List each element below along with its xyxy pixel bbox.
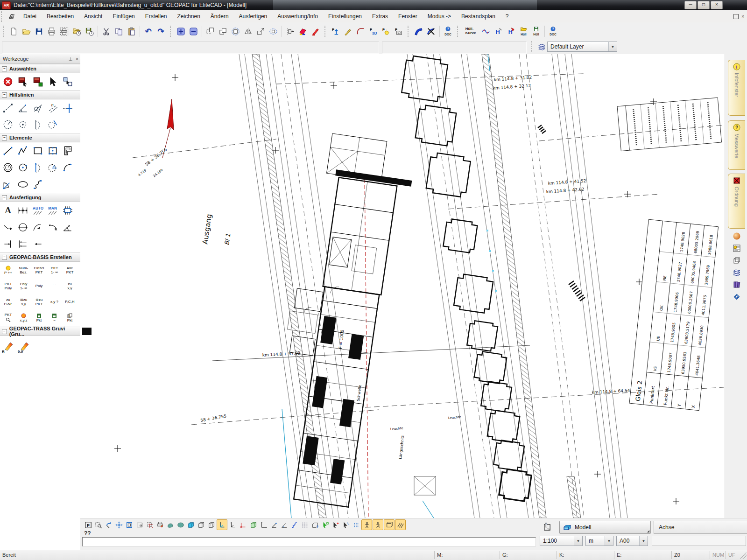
point-photo-button[interactable]: P [392, 25, 405, 38]
section-box-button[interactable] [384, 519, 395, 530]
leader-arrow-button[interactable] [0, 220, 15, 235]
zoom-rect-button[interactable] [134, 520, 144, 530]
zoom-window-button[interactable] [93, 520, 103, 530]
guide-line-button[interactable] [0, 100, 15, 115]
end-dim-button[interactable] [0, 237, 15, 252]
element-line-button[interactable] [0, 143, 15, 158]
cs-standard-button[interactable] [228, 520, 238, 530]
basis-save-wave-button[interactable]: ~ [47, 310, 62, 326]
guide-circle-radius-button[interactable] [0, 117, 15, 132]
undo-button[interactable]: ↶ [142, 25, 155, 38]
axis-uv-button[interactable] [269, 520, 279, 530]
shade-low-button[interactable] [165, 520, 175, 530]
walk-mode-2-button[interactable] [373, 519, 383, 530]
element-polygon-button[interactable] [60, 143, 75, 158]
doc-help-button[interactable]: ?DOC [442, 25, 454, 38]
point-3d-button[interactable]: P3D [367, 25, 380, 38]
duplicate-element-button[interactable] [217, 25, 229, 38]
menu-datei[interactable]: Datei [18, 10, 42, 22]
modell-view-button[interactable]: Modell [559, 521, 651, 534]
menu-bestandsplan[interactable]: Bestandsplan [456, 10, 500, 22]
element-ellipse-button[interactable] [15, 177, 30, 192]
axis-xy-button[interactable] [259, 520, 268, 530]
doc-p-icon[interactable] [731, 243, 743, 254]
guide-axis-cross-button[interactable] [60, 100, 75, 115]
scale-combo-arrow[interactable]: ▼ [574, 536, 582, 546]
basis-pluszu-xy-button[interactable]: ⊞zu x,y [16, 294, 31, 310]
new-file-button[interactable] [7, 25, 20, 38]
text-tool-button[interactable]: A [0, 203, 15, 218]
menu-grip[interactable] [1, 11, 4, 22]
command-input[interactable] [82, 537, 536, 546]
cut-button[interactable] [100, 25, 113, 38]
menu-aendern[interactable]: Ändern [205, 10, 234, 22]
menu-ansicht[interactable]: Ansicht [79, 10, 107, 22]
element-circle2-button[interactable] [0, 160, 15, 175]
redo-button[interactable]: ↷ [155, 25, 167, 38]
basis-einzel-pkt-button[interactable]: Einzel PKT [31, 263, 47, 278]
zoom-previous-button[interactable] [104, 520, 113, 530]
element-rect-points-button[interactable] [45, 143, 60, 158]
hatch-area-button[interactable] [60, 203, 75, 218]
arrow-left-button[interactable] [30, 237, 45, 252]
view-wire-button[interactable] [196, 520, 206, 530]
open-timed-button[interactable] [70, 25, 83, 38]
basis-pluszu-pkt-button[interactable]: ⊕zu PKT [31, 294, 47, 310]
select-area-button[interactable] [15, 74, 30, 89]
delete-element-button[interactable] [296, 25, 309, 38]
copy-element-button[interactable] [204, 25, 217, 38]
basis-poly-1inf-button[interactable]: Poly 1- ∞ [16, 279, 31, 294]
shade-high-button[interactable] [176, 520, 185, 530]
select-add-button[interactable] [30, 74, 45, 89]
curve-smooth-button[interactable] [412, 25, 425, 38]
basis-p-plus-button[interactable]: P ++ [0, 263, 16, 278]
grid-button[interactable] [300, 520, 310, 530]
layer-stack-icon[interactable] [731, 267, 743, 278]
brush-button[interactable] [342, 25, 354, 38]
huell-open-button[interactable]: Hüll [517, 25, 530, 38]
element-circle-axis-button[interactable] [45, 160, 60, 175]
guide-circle-half-button[interactable] [30, 117, 45, 132]
walk-mode-button[interactable] [361, 519, 372, 530]
zoom-frame-button[interactable] [124, 520, 134, 530]
rotate-copy-button[interactable] [267, 25, 280, 38]
format-combo-arrow[interactable]: ▼ [639, 536, 648, 546]
menu-ausfertigen[interactable]: Ausfertigen [234, 10, 273, 22]
view-p-button[interactable]: P [83, 520, 93, 530]
element-arc-button[interactable] [60, 160, 75, 175]
copy-button[interactable] [113, 25, 125, 38]
layer-combo-arrow[interactable]: ▼ [608, 42, 617, 51]
basis-xy-query-button[interactable]: x,y ? [47, 294, 62, 310]
hatch-auto-button[interactable]: AUTO [30, 203, 45, 218]
unit-combo[interactable]: m▼ [585, 536, 613, 546]
dimension-button[interactable] [15, 203, 30, 218]
tab-ordnung[interactable]: Ordnung [728, 174, 745, 229]
zoom-out-button[interactable] [187, 25, 200, 38]
point-light-button[interactable]: P [380, 25, 392, 38]
basis-alle-pkt-button[interactable]: Alle PKT [62, 263, 78, 278]
element-circle-center-button[interactable] [15, 160, 30, 175]
move-element-button[interactable] [284, 25, 296, 38]
angle-dim-button[interactable] [60, 220, 75, 235]
menu-extras[interactable]: Extras [367, 10, 393, 22]
menu-bearbeiten[interactable]: Bearbeiten [42, 10, 79, 22]
point-grid-button[interactable] [351, 520, 361, 530]
doc-help-button-2[interactable]: ?DOC [547, 25, 559, 38]
format-combo[interactable]: A00▼ [616, 536, 648, 546]
element-circle-half-button[interactable] [30, 160, 45, 175]
origin-button[interactable] [145, 520, 155, 530]
menu-modus[interactable]: Modus -> [423, 10, 456, 22]
section-hilfslinien[interactable]: −Hilfslinien [0, 90, 80, 99]
view-hidden-button[interactable] [206, 520, 216, 530]
pan-button[interactable] [114, 520, 124, 530]
basis-num-bez-button[interactable]: Num- Bez. [16, 263, 31, 278]
print-button[interactable] [45, 25, 58, 38]
mdi-close-icon[interactable]: × [741, 14, 744, 19]
huell-h-clip-button[interactable]: H [492, 25, 505, 38]
save-file-button[interactable] [33, 25, 45, 38]
layer-combo[interactable]: Default Layer ▼ [547, 42, 617, 52]
menu-auswertung-info[interactable]: Auswertung/Info [272, 10, 323, 22]
minimize-button[interactable]: ─ [684, 1, 697, 9]
drawing-canvas[interactable]: Gleis 2 Punktart Punkt Nr. Y X VSUEOKNE … [80, 54, 725, 518]
section-ausfertigung[interactable]: −Ausfertigung [0, 193, 80, 202]
